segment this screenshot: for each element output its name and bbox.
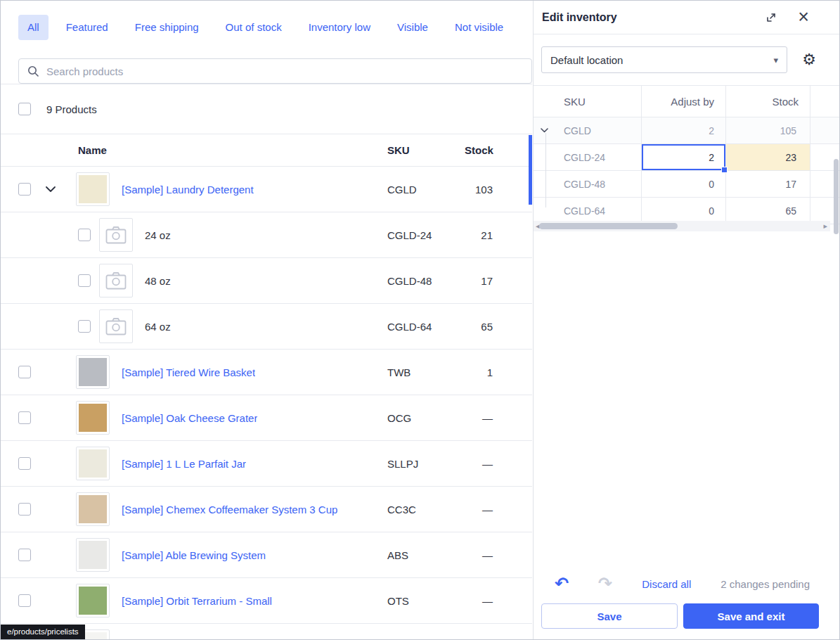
scroll-right-arrow-icon[interactable]: ▸ [823, 222, 827, 230]
grid-sku-label: CGLD-64 [564, 205, 605, 217]
row-checkbox[interactable] [78, 229, 91, 241]
filter-tab[interactable]: Free shipping [126, 15, 208, 40]
grid-sku-cell[interactable]: CGLD-48 [534, 171, 641, 197]
filter-tab[interactable]: All [18, 15, 49, 40]
product-thumbnail [76, 447, 110, 480]
horizontal-scrollbar[interactable]: ◂ ▸ [534, 221, 830, 231]
variant-row: 64 oz CGLD-64 65 [1, 304, 532, 350]
save-button[interactable]: Save [541, 603, 678, 629]
filter-tab[interactable]: Featured [57, 15, 117, 40]
product-name-link[interactable]: [Sample] Chemex Coffeemaker System 3 Cup [122, 504, 337, 516]
product-sku: CGLD [387, 184, 465, 196]
product-name-link[interactable]: [Sample] Oak Cheese Grater [122, 412, 257, 424]
products-count: 9 Products [46, 103, 97, 115]
inventory-grid-row: CGLD 2 105 [534, 117, 840, 144]
filter-tab[interactable]: Visible [388, 15, 437, 40]
grid-sku-label: CGLD-24 [564, 152, 605, 163]
row-checkbox[interactable] [78, 274, 91, 287]
product-row: [Sample] 1 L Le Parfait Jar SLLPJ — [1, 441, 532, 487]
product-sku: OCG [387, 412, 465, 424]
product-name-link[interactable]: [Sample] 1 L Le Parfait Jar [122, 458, 246, 470]
grid-sku-cell[interactable]: CGLD [534, 117, 641, 143]
row-checkbox[interactable] [18, 411, 31, 424]
footer-buttons: Save Save and exit [541, 603, 819, 629]
row-checkbox[interactable] [18, 503, 31, 516]
caret-down-icon: ▾ [773, 55, 778, 65]
tree-chevron-icon[interactable] [541, 128, 549, 133]
column-header-stock[interactable]: Stock [465, 144, 532, 156]
search-input[interactable] [46, 65, 523, 77]
gear-icon[interactable]: ⚙ [802, 52, 816, 68]
close-icon[interactable]: × [798, 8, 809, 27]
filter-tab[interactable]: Inventory low [299, 15, 380, 40]
redo-icon[interactable]: ↷ [598, 575, 612, 592]
location-row: Default location ▾ ⚙ [534, 34, 840, 85]
variant-row: 24 oz CGLD-24 21 [1, 212, 532, 258]
product-stock: — [465, 504, 532, 516]
variant-sku: CGLD-24 [387, 229, 465, 241]
tree-line [545, 133, 546, 207]
panel-title: Edit inventory [542, 11, 765, 24]
product-thumbnail [76, 538, 110, 572]
status-bar: e/products/pricelists [1, 625, 85, 639]
grid-header-stock: Stock [725, 86, 810, 117]
search-section [1, 40, 532, 84]
expand-chevron-icon[interactable] [46, 186, 57, 192]
grid-adjust-cell[interactable]: 2 [641, 117, 725, 143]
grid-stock-cell[interactable]: 17 [725, 171, 810, 197]
row-checkbox[interactable] [18, 549, 31, 561]
discard-all-link[interactable]: Discard all [642, 578, 691, 590]
grid-sku-cell[interactable]: CGLD-24 [534, 144, 641, 170]
product-row: [Sample] Laundry Detergent CGLD 103 [1, 167, 532, 212]
product-stock: — [465, 458, 532, 470]
product-stock: — [465, 595, 532, 607]
row-checkbox[interactable] [18, 457, 31, 470]
row-checkbox[interactable] [18, 594, 31, 607]
horizontal-scrollbar-thumb[interactable] [539, 223, 678, 229]
products-main: AllFeaturedFree shippingOut of stockInve… [1, 1, 532, 639]
product-name-link[interactable]: [Sample] Orbit Terrarium - Small [122, 595, 272, 607]
filter-tab[interactable]: Not visible [446, 15, 512, 40]
grid-body: CGLD 2 105 CGLD-24 2 23 CGLD-48 0 [534, 117, 840, 224]
undo-icon[interactable]: ↶ [555, 575, 569, 592]
edit-inventory-panel: Edit inventory × Default location ▾ ⚙ SK… [533, 1, 840, 639]
product-name-link[interactable]: [Sample] Laundry Detergent [122, 184, 254, 196]
product-sku: OTS [387, 595, 465, 607]
location-select[interactable]: Default location ▾ [541, 46, 787, 73]
column-header-sku[interactable]: SKU [387, 144, 465, 156]
product-row: [Sample] Orbit Terrarium - Small OTS — [1, 578, 532, 624]
column-header-name[interactable]: Name [1, 144, 387, 156]
product-row: [Sample] Chemex Coffeemaker System 3 Cup… [1, 487, 532, 532]
products-count-row: 9 Products [1, 84, 532, 134]
scroll-indicator[interactable] [529, 135, 532, 205]
vertical-scrollbar-thumb[interactable] [834, 159, 839, 234]
inventory-grid-row: CGLD-48 0 17 [534, 171, 840, 198]
row-checkbox[interactable] [18, 183, 31, 196]
expand-panel-icon[interactable] [765, 12, 777, 23]
product-row: [Sample] Tiered Wire Basket TWB 1 [1, 350, 532, 395]
product-stock: — [465, 549, 532, 561]
search-bar[interactable] [18, 58, 532, 84]
grid-stock-cell[interactable]: 105 [725, 117, 810, 143]
variant-name: 48 oz [145, 275, 171, 287]
row-checkbox[interactable] [78, 320, 91, 333]
filter-tab[interactable]: Out of stock [217, 15, 291, 40]
select-all-checkbox[interactable] [18, 103, 31, 115]
product-row: [Sample] Oak Cheese Grater OCG — [1, 395, 532, 441]
grid-stock-cell[interactable]: 23 [725, 144, 810, 170]
grid-adjust-cell[interactable]: 2 [641, 144, 725, 170]
grid-adjust-cell[interactable]: 0 [641, 198, 725, 224]
grid-stock-cell[interactable]: 65 [725, 198, 810, 224]
product-sku: ABS [387, 549, 465, 561]
variant-name: 64 oz [145, 321, 171, 333]
product-name-link[interactable]: [Sample] Tiered Wire Basket [122, 366, 255, 378]
inventory-grid-row: CGLD-24 2 23 [534, 144, 840, 171]
grid-adjust-cell[interactable]: 0 [641, 171, 725, 197]
variant-sku: CGLD-64 [387, 321, 465, 333]
fill-handle[interactable] [721, 167, 728, 173]
save-and-exit-button[interactable]: Save and exit [683, 603, 819, 629]
product-sku: SLLPJ [387, 458, 465, 470]
grid-sku-cell[interactable]: CGLD-64 [534, 198, 641, 224]
row-checkbox[interactable] [18, 366, 31, 378]
product-name-link[interactable]: [Sample] Able Brewing System [122, 549, 266, 561]
